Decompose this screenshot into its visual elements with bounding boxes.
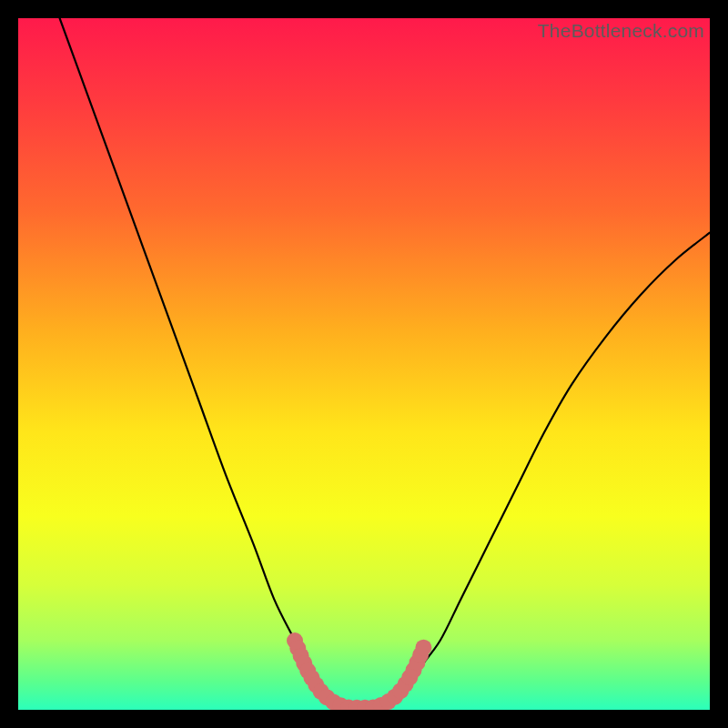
chart-frame: TheBottleneck.com	[18, 18, 710, 710]
watermark-label: TheBottleneck.com	[538, 20, 704, 42]
gradient-background	[18, 18, 710, 710]
bottleneck-chart	[18, 18, 710, 710]
highlight-dot	[415, 640, 431, 656]
